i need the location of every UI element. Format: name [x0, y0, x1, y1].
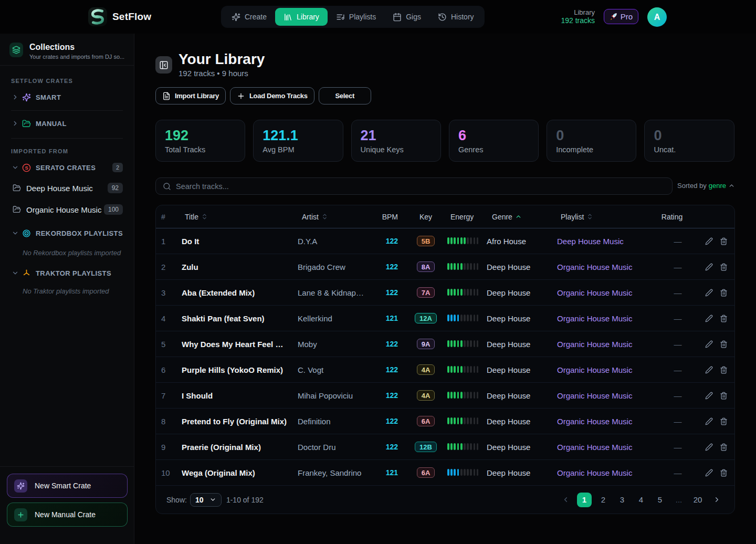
- svg-text:S: S: [25, 165, 28, 170]
